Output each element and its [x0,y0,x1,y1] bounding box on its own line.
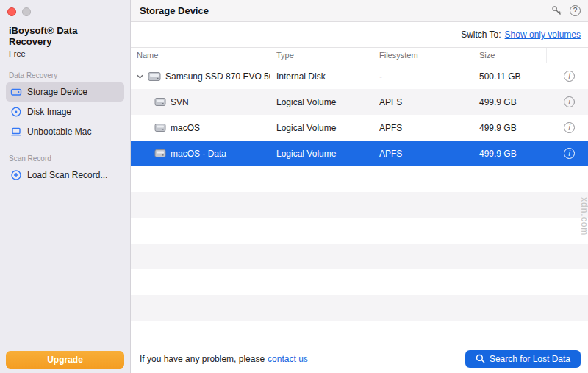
empty-row [131,166,588,192]
sidebar-item-unbootable-mac[interactable]: Unbootable Mac [6,122,124,141]
table-body: Samsung SSD 870 EVO 500GB... Internal Di… [131,63,588,344]
info-icon[interactable] [564,148,575,159]
info-icon[interactable] [564,71,575,82]
cell-filesystem: - [373,71,473,82]
key-icon[interactable] [551,5,562,17]
row-name: macOS - Data [171,149,226,159]
info-icon[interactable] [564,96,575,107]
cell-name: macOS [131,123,270,133]
footer-bar: If you have any problem, please contact … [131,344,588,373]
sidebar-item-load-scan-record[interactable]: Load Scan Record... [6,166,124,185]
chevron-down-icon[interactable] [137,74,143,79]
column-header-type[interactable]: Type [270,48,373,63]
sidebar-item-disk-image[interactable]: Disk Image [6,102,124,121]
help-icon[interactable] [570,5,581,16]
table-row-macos-data[interactable]: macOS - Data Logical Volume APFS 499.9 G… [131,141,588,166]
cell-filesystem: APFS [373,149,473,159]
cell-name: SVN [131,97,270,107]
table-row-svn[interactable]: SVN Logical Volume APFS 499.9 GB [131,89,588,115]
cell-type: Logical Volume [270,149,373,159]
empty-row [131,269,588,295]
cell-name: Samsung SSD 870 EVO 500GB... [131,71,270,82]
column-header-spacer [547,48,588,63]
cell-type: Internal Disk [270,71,373,82]
traffic-lights [7,7,31,16]
sidebar-item-label: Storage Device [27,87,87,97]
empty-row [131,192,588,218]
table-header: Name Type Filesystem Size [131,47,588,63]
cell-size: 500.11 GB [473,71,547,82]
help-text: If you have any problem, please [140,354,265,364]
internal-disk-icon [148,71,161,82]
minimize-button[interactable] [22,7,31,16]
volume-icon [154,123,166,132]
row-name: macOS [171,123,200,133]
volume-icon [154,97,166,107]
switch-to-label: Switch To: [461,29,501,40]
empty-row [131,321,588,344]
storage-device-icon [10,86,22,98]
cell-type: Logical Volume [270,97,373,107]
column-header-size[interactable]: Size [473,48,547,63]
main-panel: Storage Device Switch To: Show only volu… [131,0,588,373]
search-lost-data-button[interactable]: Search for Lost Data [465,350,581,368]
table-row-macos[interactable]: macOS Logical Volume APFS 499.9 GB [131,115,588,141]
search-icon [476,354,485,363]
unbootable-mac-icon [10,126,22,138]
row-name: SVN [171,97,189,107]
sidebar: iBoysoft® Data Recovery Free Data Recove… [0,0,131,373]
info-icon[interactable] [564,122,575,133]
cell-info [547,71,588,82]
section-label-data-recovery: Data Recovery [9,71,121,79]
cell-size: 499.9 GB [473,97,547,107]
plus-circle-icon [10,169,22,181]
section-label-scan-record: Scan Record [9,154,121,163]
cell-size: 499.9 GB [473,149,547,159]
empty-row [131,244,588,269]
contact-us-link[interactable]: contact us [268,354,308,364]
sidebar-item-label: Disk Image [27,107,71,117]
sidebar-item-label: Unbootable Mac [27,127,91,137]
sidebar-item-label: Load Scan Record... [27,170,107,180]
row-name: Samsung SSD 870 EVO 500GB... [165,71,270,82]
disk-image-icon [10,106,22,118]
close-button[interactable] [7,7,16,16]
cell-filesystem: APFS [373,123,473,133]
cell-type: Logical Volume [270,123,373,133]
search-button-label: Search for Lost Data [490,354,570,364]
cell-filesystem: APFS [373,97,473,107]
cell-size: 499.9 GB [473,123,547,133]
table-row-samsung-ssd[interactable]: Samsung SSD 870 EVO 500GB... Internal Di… [131,63,588,89]
page-title: Storage Device [140,5,209,16]
app-window: iBoysoft® Data Recovery Free Data Recove… [0,0,588,373]
column-header-name[interactable]: Name [131,48,270,63]
empty-row [131,218,588,244]
app-title: iBoysoft® Data Recovery [9,25,121,47]
title-bar: Storage Device [131,0,588,22]
cell-info [547,122,588,133]
volume-icon [154,149,166,158]
sidebar-item-storage-device[interactable]: Storage Device [6,82,124,102]
switch-bar: Switch To: Show only volumes [131,22,588,47]
cell-info [547,148,588,159]
empty-row [131,295,588,321]
cell-name: macOS - Data [131,149,270,159]
app-edition: Free [9,49,121,58]
show-only-volumes-link[interactable]: Show only volumes [505,29,581,40]
column-header-filesystem[interactable]: Filesystem [373,48,473,63]
cell-info [547,96,588,107]
upgrade-button[interactable]: Upgrade [6,351,124,369]
